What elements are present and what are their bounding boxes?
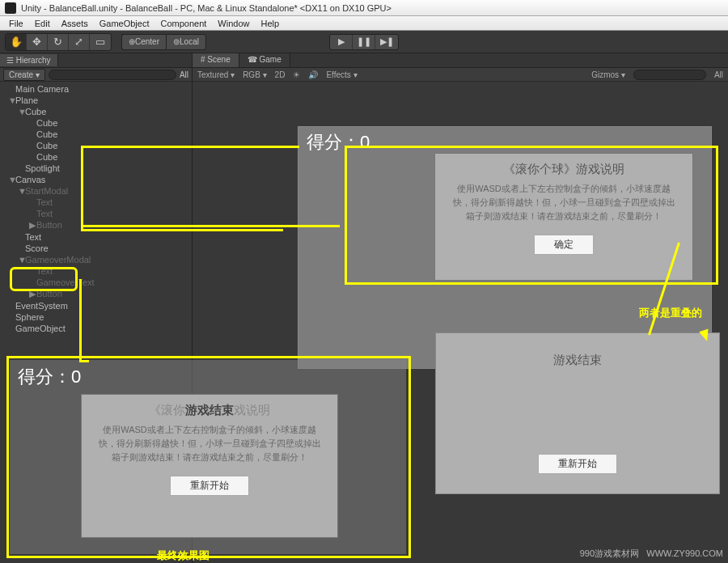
hierarchy-item-cube[interactable]: Cube — [0, 140, 192, 151]
merged-modal-title: 《滚你游戏结束戏说明 — [82, 395, 337, 423]
unity-icon — [5, 2, 16, 14]
scene-search[interactable] — [633, 70, 706, 80]
hierarchy-create[interactable]: Create ▾ — [3, 69, 45, 81]
hierarchy-item-cube[interactable]: Cube — [0, 129, 192, 140]
annotation-text-final: 最终效果图 — [157, 548, 210, 563]
scene-filter-all[interactable]: All — [714, 70, 723, 79]
scene-effects[interactable]: Effects ▾ — [326, 70, 357, 79]
menu-assets[interactable]: Assets — [56, 19, 94, 28]
move-tool[interactable]: ✥ — [27, 34, 48, 50]
hierarchy-filter-all[interactable]: All — [180, 70, 188, 79]
game-tab[interactable]: ☎ Game — [239, 53, 290, 67]
scene-rgb[interactable]: RGB ▾ — [243, 70, 266, 79]
scene-2d[interactable]: 2D — [275, 70, 286, 79]
rotate-tool[interactable]: ↻ — [48, 34, 69, 50]
start-modal-ok-button[interactable]: 确定 — [534, 235, 594, 255]
hierarchy-tree[interactable]: Main Camera▼Plane▼CubeCubeCubeCubeCubeSp… — [0, 82, 192, 336]
score-text-final: 得分：0 — [18, 365, 81, 389]
scene-audio-icon[interactable]: 🔊 — [308, 70, 318, 79]
hierarchy-search[interactable] — [49, 70, 176, 80]
hierarchy-item-plane[interactable]: ▼Plane — [0, 95, 192, 106]
toolbar: ✋ ✥ ↻ ⤢ ▭ ⊕ Center ⊚ Local ▶ ❚❚ ▶❚ — [0, 31, 728, 53]
hierarchy-item-text[interactable]: Text — [0, 197, 192, 208]
hierarchy-item-text[interactable]: Text — [0, 265, 192, 277]
play-button[interactable]: ▶ — [330, 35, 353, 49]
menu-component[interactable]: Component — [154, 19, 212, 28]
transform-tools: ✋ ✥ ↻ ⤢ ▭ — [5, 33, 112, 51]
merged-modal-body: 使用WASD或者上下左右控制盒子的倾斜，小球速度越快，得分刷新得越快！但，小球一… — [82, 423, 337, 471]
scale-tool[interactable]: ⤢ — [69, 34, 90, 50]
hierarchy-item-canvas[interactable]: ▼Canvas — [0, 174, 192, 185]
step-button[interactable]: ▶❚ — [375, 35, 398, 49]
hierarchy-tab[interactable]: ☰ Hierarchy — [0, 54, 58, 66]
scene-gizmos[interactable]: Gizmos ▾ — [591, 70, 625, 79]
hierarchy-item-sphere[interactable]: Sphere — [0, 311, 192, 323]
menu-gameobject[interactable]: GameObject — [94, 19, 155, 28]
hand-tool[interactable]: ✋ — [6, 34, 27, 50]
pause-button[interactable]: ❚❚ — [353, 35, 375, 49]
scene-shading[interactable]: Textured ▾ — [197, 70, 235, 79]
menu-edit[interactable]: Edit — [29, 19, 56, 28]
menubar: File Edit Assets GameObject Component Wi… — [0, 16, 728, 31]
score-text: 得分：0 — [307, 130, 370, 155]
hierarchy-item-text[interactable]: Text — [0, 231, 192, 243]
merged-modal: 《滚你游戏结束戏说明 使用WASD或者上下左右控制盒子的倾斜，小球速度越快，得分… — [81, 394, 338, 538]
hierarchy-item-button[interactable]: ▶Button — [0, 288, 192, 300]
hierarchy-item-cube[interactable]: Cube — [0, 151, 192, 163]
menu-file[interactable]: File — [3, 19, 29, 28]
gameover-restart-button[interactable]: 重新开始 — [538, 454, 617, 474]
rect-tool[interactable]: ▭ — [90, 34, 111, 50]
hierarchy-item-button[interactable]: ▶Button — [0, 219, 192, 231]
start-modal-title: 《滚你个球》游戏说明 — [435, 154, 692, 182]
play-controls: ▶ ❚❚ ▶❚ — [329, 34, 399, 50]
scene-light-icon[interactable]: ☀ — [293, 70, 300, 79]
annotation-text-overlap: 两者是重叠的 — [639, 306, 702, 320]
merged-modal-button[interactable]: 重新开始 — [170, 476, 249, 496]
window-titlebar: Unity - BalanceBall.unity - BalanceBall … — [0, 0, 728, 16]
hierarchy-item-eventsystem[interactable]: EventSystem — [0, 300, 192, 311]
hierarchy-item-gameobject[interactable]: GameObject — [0, 323, 192, 334]
gameover-title: 游戏结束 — [436, 353, 719, 368]
window-title: Unity - BalanceBall.unity - BalanceBall … — [21, 3, 392, 13]
canvas-panel-final: 得分：0 《滚你游戏结束戏说明 使用WASD或者上下左右控制盒子的倾斜，小球速度… — [10, 360, 406, 554]
menu-window[interactable]: Window — [212, 19, 255, 28]
scene-tab[interactable]: # Scene — [193, 53, 239, 67]
watermark: 990游戏素材网 WWW.ZY990.COM — [580, 548, 723, 560]
hierarchy-item-text[interactable]: Text — [0, 208, 192, 219]
hierarchy-item-gameovermodal[interactable]: ▼GameoverModal — [0, 254, 192, 265]
hierarchy-item-main camera[interactable]: Main Camera — [0, 83, 192, 95]
pivot-local[interactable]: ⊚ Local — [166, 34, 206, 50]
hierarchy-item-gameovertext[interactable]: GameoverText — [0, 277, 192, 288]
hierarchy-item-cube[interactable]: ▼Cube — [0, 106, 192, 117]
hierarchy-item-score[interactable]: Score — [0, 243, 192, 254]
start-modal: 《滚你个球》游戏说明 使用WASD或者上下左右控制盒子的倾斜，小球速度越快，得分… — [434, 153, 693, 281]
hierarchy-item-cube[interactable]: Cube — [0, 117, 192, 129]
hierarchy-item-startmodal[interactable]: ▼StartModal — [0, 185, 192, 197]
hierarchy-item-spotlight[interactable]: Spotlight — [0, 163, 192, 174]
pivot-center[interactable]: ⊕ Center — [121, 34, 166, 50]
menu-help[interactable]: Help — [255, 19, 285, 28]
start-modal-body: 使用WASD或者上下左右控制盒子的倾斜，小球速度越快，得分刷新得越快！但，小球一… — [435, 182, 692, 230]
gameover-modal: 游戏结束 重新开始 — [435, 332, 720, 494]
